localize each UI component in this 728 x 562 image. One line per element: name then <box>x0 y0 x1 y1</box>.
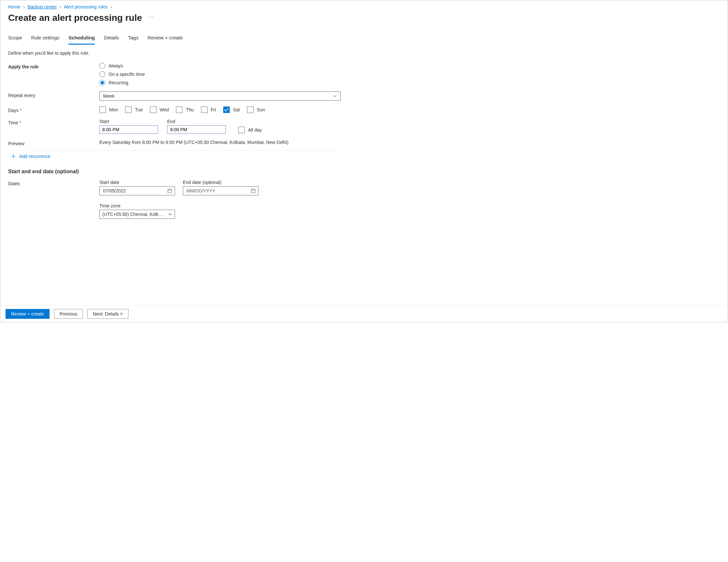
more-actions-icon[interactable]: ··· <box>148 14 154 22</box>
label-end-date: End date (optional) <box>183 180 258 185</box>
checkbox-label: Sun <box>257 107 265 112</box>
label-time: Time* <box>8 119 99 125</box>
checkbox-fri[interactable]: Fri <box>201 107 216 113</box>
checkbox-tue[interactable]: Tue <box>125 107 143 113</box>
select-value: Week <box>103 94 115 99</box>
section-description: Define when you'd like to apply this rul… <box>8 50 720 56</box>
row-dates: Dates Start date End date (optional) <box>8 180 720 219</box>
checkbox-label: All day <box>248 127 262 133</box>
start-date-block: Start date <box>99 180 175 195</box>
page-title: Create an alert processing rule <box>8 13 142 23</box>
checkbox-sat[interactable]: Sat <box>223 107 240 113</box>
dates-controls: Start date End date (optional) <box>99 180 341 219</box>
checkbox-icon <box>176 107 182 113</box>
checkbox-icon <box>238 127 245 133</box>
breadcrumb-backup-center[interactable]: Backup center <box>28 4 57 9</box>
radio-label: Always <box>109 63 123 68</box>
checkbox-all-day[interactable]: All day <box>238 127 262 133</box>
label-time-zone: Time zone <box>99 203 175 209</box>
radio-icon <box>99 80 105 86</box>
footer-action-bar: Review + create Previous Next: Details > <box>0 305 728 322</box>
time-zone-block: Time zone (UTC+05:30) Chennai, Kolka... <box>99 203 175 219</box>
radio-icon <box>99 63 105 69</box>
row-days: Days* Mon Tue Wed Thu Fri Sat Sun <box>8 107 720 113</box>
label-start: Start <box>99 119 158 124</box>
chevron-down-icon <box>168 212 172 216</box>
divider <box>8 150 341 151</box>
previous-button[interactable]: Previous <box>54 309 83 319</box>
title-row: Create an alert processing rule ··· <box>8 13 720 23</box>
input-end-date[interactable] <box>186 188 249 194</box>
input-end-time[interactable] <box>167 125 226 134</box>
chevron-down-icon <box>333 94 337 98</box>
checkbox-sun[interactable]: Sun <box>247 107 265 113</box>
breadcrumb-alert-rules[interactable]: Alert processing rules <box>64 4 108 9</box>
page-container: Home › Backup center › Alert processing … <box>0 0 728 322</box>
required-icon: * <box>20 108 22 113</box>
chevron-right-icon: › <box>23 4 25 9</box>
checkbox-label: Thu <box>186 107 194 112</box>
row-repeat-every: Repeat every Week <box>8 92 720 101</box>
tab-tags[interactable]: Tags <box>128 33 138 45</box>
radio-always[interactable]: Always <box>99 63 341 69</box>
radio-label: On a specific time <box>109 72 145 77</box>
add-recurrence-label: Add recurrence <box>19 154 51 159</box>
radio-group-apply-rule: Always On a specific time Recurring <box>99 63 341 86</box>
chevron-right-icon: › <box>111 4 112 9</box>
calendar-icon <box>167 189 172 193</box>
label-days: Days* <box>8 107 99 113</box>
checkbox-label: Fri <box>211 107 216 112</box>
row-preview: Preview Every Saturday from 8:00 PM to 9… <box>8 140 720 146</box>
tab-review-create[interactable]: Review + create <box>148 33 183 45</box>
label-start-date: Start date <box>99 180 175 185</box>
plus-icon <box>11 154 16 159</box>
tab-scope[interactable]: Scope <box>8 33 22 45</box>
checkbox-thu[interactable]: Thu <box>176 107 194 113</box>
label-apply-rule: Apply the rule <box>8 63 99 69</box>
input-start-date[interactable] <box>102 188 166 194</box>
chevron-right-icon: › <box>60 4 61 9</box>
checkbox-label: Wed <box>160 107 169 112</box>
checkbox-icon <box>150 107 156 113</box>
radio-icon <box>99 71 105 77</box>
review-create-button[interactable]: Review + create <box>6 309 50 319</box>
row-time: Time* Start End All day <box>8 119 720 134</box>
tab-details[interactable]: Details <box>104 33 119 45</box>
heading-start-end-date: Start and end date (optional) <box>8 169 720 175</box>
select-value: (UTC+05:30) Chennai, Kolka... <box>102 212 164 217</box>
days-checkbox-row: Mon Tue Wed Thu Fri Sat Sun <box>99 107 341 113</box>
select-repeat-every[interactable]: Week <box>99 92 341 101</box>
time-start-block: Start <box>99 119 158 134</box>
radio-label: Recurring <box>109 80 128 85</box>
radio-recurring[interactable]: Recurring <box>99 80 341 86</box>
select-time-zone[interactable]: (UTC+05:30) Chennai, Kolka... <box>99 210 175 219</box>
checkbox-icon <box>247 107 254 113</box>
checkbox-label: Tue <box>135 107 143 112</box>
tab-bar: Scope Rule settings Scheduling Details T… <box>8 33 720 45</box>
label-end: End <box>167 119 226 124</box>
checkbox-icon <box>125 107 132 113</box>
checkbox-wed[interactable]: Wed <box>150 107 169 113</box>
breadcrumb: Home › Backup center › Alert processing … <box>8 4 720 11</box>
row-apply-rule: Apply the rule Always On a specific time… <box>8 63 720 86</box>
checkbox-icon <box>99 107 106 113</box>
add-recurrence-button[interactable]: Add recurrence <box>11 154 720 159</box>
required-icon: * <box>20 120 21 125</box>
next-button[interactable]: Next: Details > <box>87 309 128 319</box>
tab-scheduling[interactable]: Scheduling <box>68 33 95 45</box>
input-start-date-wrap[interactable] <box>99 186 175 195</box>
svg-rect-4 <box>251 189 255 193</box>
input-start-time[interactable] <box>99 125 158 134</box>
checkbox-label: Mon <box>109 107 118 112</box>
time-group: Start End All day <box>99 119 341 134</box>
preview-text: Every Saturday from 8:00 PM to 9:00 PM (… <box>99 140 341 145</box>
label-dates: Dates <box>8 180 99 186</box>
checkbox-mon[interactable]: Mon <box>99 107 118 113</box>
tab-rule-settings[interactable]: Rule settings <box>31 33 60 45</box>
radio-specific-time[interactable]: On a specific time <box>99 71 341 77</box>
checkbox-label: Sat <box>233 107 240 112</box>
svg-rect-0 <box>168 189 172 193</box>
time-end-block: End <box>167 119 226 134</box>
breadcrumb-home[interactable]: Home <box>8 4 20 9</box>
input-end-date-wrap[interactable] <box>183 186 258 195</box>
